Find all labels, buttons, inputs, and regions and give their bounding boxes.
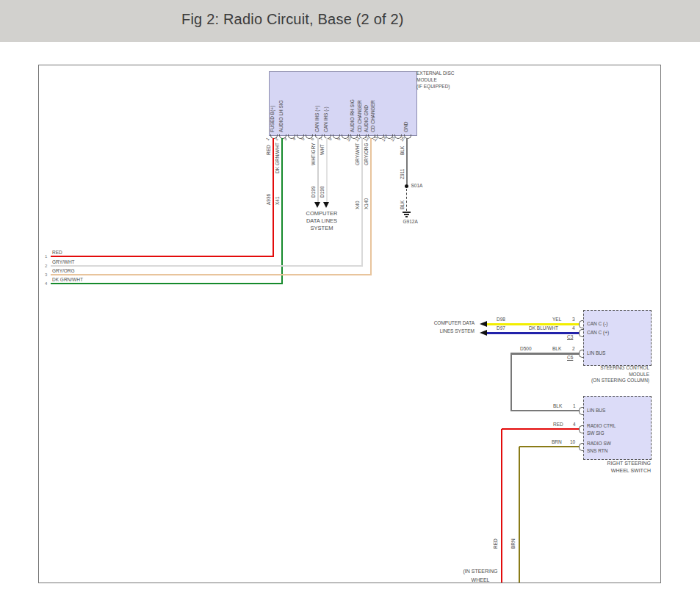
wsw-wire-color-label: RED [553, 422, 563, 428]
wsw-function-label: SNS RTN [587, 448, 607, 454]
scm-function-label: LIN BUS [587, 350, 605, 356]
bottom-wire-color-label: RED [493, 538, 499, 549]
ground-symbol-bar [405, 216, 408, 217]
wsw-function-label: SW SIG [587, 430, 604, 436]
left-row-number: 1 [45, 253, 47, 259]
wire-color-label: BLK [400, 146, 405, 155]
ground-symbol-bar [404, 214, 409, 215]
left-row-number: 2 [45, 263, 47, 269]
down-arrow-icon [323, 202, 329, 208]
left-row-wire-grywht [51, 265, 363, 267]
wire-circuit-label: D198 [320, 186, 325, 198]
connector-pin-number: 7 [318, 137, 324, 142]
wsw-pin-terminal [579, 443, 583, 451]
computer-data-lines-label-right: COMPUTER DATA [405, 320, 475, 326]
wire-vertical-red [273, 138, 274, 257]
ground-wire-color-label: BLK [400, 201, 405, 209]
wire-color-label: WHT [320, 144, 325, 155]
wsw-pin-number: 1 [573, 403, 576, 409]
left-row-wire-gryorg [51, 274, 372, 275]
page-header-bar: Fig 2: Radio Circuit, Base (2 of 2) [0, 0, 700, 42]
connector-pin-function-label: CD CHANGER [370, 100, 376, 132]
wire-vertical-whtgry [317, 138, 319, 202]
steering-control-module-name: STEERING CONTROL [546, 365, 649, 371]
left-arrow-icon [480, 330, 487, 336]
scm-wire-color-label: YEL [552, 317, 561, 322]
connector-pin-function-label: FUSED B(+) [270, 106, 275, 132]
left-row-color-label: GRY/ORG [52, 268, 75, 274]
wsw-wire-brn [519, 446, 583, 447]
wsw-pin-number: 10 [570, 439, 575, 445]
connector-pin-number: 4 [292, 137, 297, 142]
scm-connector-id: C3 [567, 334, 573, 340]
connector-pin-function-label: AUDIO RH SIG [350, 99, 356, 132]
computer-data-lines-label-right: LINES SYSTEM [405, 328, 475, 334]
left-row-color-label: RED [52, 250, 62, 256]
left-row-color-label: DK GRN/WHT [52, 277, 83, 283]
wire-circuit-label: Z911 [400, 169, 405, 179]
connector-pin-number: 9 [336, 137, 342, 142]
connector-pin-function-label: CAN IHS (+) [314, 106, 320, 132]
wire-color-label: RED [266, 145, 272, 155]
scm-circuit-label: D97 [497, 325, 505, 331]
wire-color-label: GRY/ORG [364, 143, 369, 165]
connector-pin-number: 1 [265, 137, 271, 142]
in-steering-wheel-note: WHEEL [455, 577, 506, 583]
external-disc-module-connector [269, 71, 417, 136]
left-row-number: 4 [45, 281, 47, 286]
scm-pin-number: 3 [572, 317, 575, 322]
bottom-wire-color-label: BRN [510, 538, 516, 549]
steering-control-module-name: (ON STEERING COLUMN) [546, 378, 649, 383]
wire-vertical-grywht [361, 138, 363, 267]
wiring-diagram-canvas: EXTERNAL DISCMODULE(IF EQUIPPED)12345678… [38, 65, 661, 583]
ground-symbol-bar [403, 212, 411, 213]
wsw-function-label: RADIO SW [587, 441, 611, 447]
splice-label: S01A [411, 183, 423, 189]
wire-circuit-label: X40 [355, 201, 361, 209]
wire-vertical-blk [406, 138, 408, 187]
left-row-wire-red [51, 256, 274, 257]
connector-pin-function-label: CAN IHS (-) [323, 107, 329, 132]
computer-data-lines-label: SYSTEM [292, 225, 351, 232]
computer-data-lines-label: COMPUTER [292, 210, 351, 217]
wheel-switch-module-name: RIGHT STEERING [546, 461, 651, 466]
wire-circuit-label: D199 [311, 186, 317, 198]
wire-circuit-label: X140 [364, 198, 369, 209]
scm-pin-number: 2 [572, 346, 575, 352]
scm-pin-number: 4 [572, 325, 575, 331]
connector-pin-number: 5 [300, 137, 306, 142]
wsw-drop-wire-brn [519, 447, 520, 583]
wire-circuit-label: X41 [275, 196, 281, 205]
scm-circuit-label: D500 [520, 346, 532, 352]
left-row-number: 3 [45, 272, 47, 278]
external-disc-module-name: EXTERNAL DISC [416, 71, 454, 76]
scm-circuit-label: D98 [497, 317, 505, 322]
wsw-wire-color-label: BLK [553, 403, 562, 409]
scm-connector-id: C6 [567, 355, 573, 361]
connector-pin-number: 8 [328, 137, 333, 142]
scm-wire-color-label: DK BLU/WHT [529, 325, 558, 331]
connector-pin-number: 6 [309, 137, 315, 142]
connector-pin-number: 2 [274, 137, 280, 142]
wire-circuit-label: A936 [266, 194, 272, 205]
wsw-pin-terminal [579, 407, 583, 415]
connector-pin-function-label: GND [403, 122, 409, 132]
left-row-color-label: GRY/WHT [52, 259, 75, 265]
figure-title: Fig 2: Radio Circuit, Base (2 of 2) [181, 11, 404, 28]
wsw-drop-wire-red [501, 429, 502, 583]
left-arrow-icon [480, 321, 487, 327]
wsw-wire-blk [511, 410, 583, 411]
wire-color-label: WHT/GRY [311, 143, 317, 165]
lin-bus-vertical-wire [510, 353, 512, 411]
wsw-wire-red [502, 428, 583, 430]
computer-data-lines-label: DATA LINES [292, 217, 351, 225]
steering-control-module-name: MODULE [546, 372, 649, 378]
connector-pin-function-label: AUDIO GND [364, 105, 369, 132]
scm-wire-color-label: BLK [552, 346, 561, 352]
wsw-function-label: RADIO CTRL [587, 423, 616, 429]
wsw-pin-terminal [579, 425, 583, 433]
wire-vertical-gryorg [370, 138, 372, 275]
wire-vertical-dkgrnwht [281, 138, 283, 284]
connector-pin-function-label: AUDIO LH SIG [278, 100, 284, 132]
ground-dashed-wire [406, 189, 407, 211]
